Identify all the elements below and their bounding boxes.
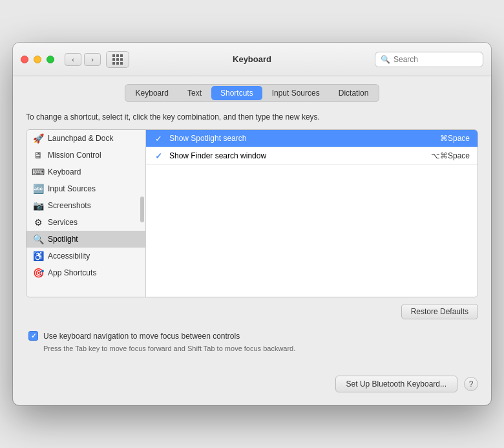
sidebar-item-label: Spotlight <box>48 235 78 244</box>
main-panel: 🚀 Launchpad & Dock 🖥 Mission Control ⌨ K… <box>26 129 478 297</box>
sidebar-item-keyboard[interactable]: ⌨ Keyboard <box>26 164 145 180</box>
sidebar-scrollbar[interactable] <box>140 197 144 222</box>
sidebar-item-accessibility[interactable]: ♿ Accessibility <box>26 248 145 264</box>
maximize-button[interactable] <box>47 56 54 63</box>
sidebar-item-label: Mission Control <box>48 151 101 160</box>
tab-dictation[interactable]: Dictation <box>330 86 378 100</box>
tab-text[interactable]: Text <box>178 86 211 100</box>
minimize-button[interactable] <box>34 56 41 63</box>
back-button[interactable]: ‹ <box>65 53 81 66</box>
tab-input-sources[interactable]: Input Sources <box>263 86 329 100</box>
sidebar-item-label: Keyboard <box>48 167 81 176</box>
shortcut-key: ⌘Space <box>440 134 470 143</box>
services-icon: ⚙ <box>33 217 43 228</box>
sidebar-item-label: Screenshots <box>48 201 91 210</box>
nav-label: Use keyboard navigation to move focus be… <box>43 332 240 341</box>
spotlight-icon: 🔍 <box>33 234 43 244</box>
sidebar-item-label: Launchpad & Dock <box>48 134 113 143</box>
sidebar-item-label: App Shortcuts <box>48 268 96 277</box>
titlebar: ‹ › Keyboard 🔍 <box>13 43 491 76</box>
keyboard-preferences-window: ‹ › Keyboard 🔍 Keyboard Text Shortcuts I… <box>13 43 491 405</box>
shortcut-checkbox-finder[interactable]: ✓ <box>154 151 163 160</box>
keyboard-icon: ⌨ <box>33 167 43 177</box>
sidebar-item-services[interactable]: ⚙ Services <box>26 214 145 231</box>
nav-checkbox[interactable]: ✓ <box>28 331 38 341</box>
sidebar-item-input-sources[interactable]: 🔤 Input Sources <box>26 180 145 197</box>
search-icon: 🔍 <box>381 55 390 64</box>
screenshots-icon: 📷 <box>33 200 43 211</box>
restore-btn-row: Restore Defaults <box>26 304 478 319</box>
sidebar-item-mission-control[interactable]: 🖥 Mission Control <box>26 147 145 164</box>
forward-button[interactable]: › <box>84 53 101 66</box>
close-button[interactable] <box>21 56 28 63</box>
search-box[interactable]: 🔍 <box>375 52 483 67</box>
input-sources-icon: 🔤 <box>33 184 43 194</box>
instructions-text: To change a shortcut, select it, click t… <box>26 112 478 122</box>
nav-description: Press the Tab key to move focus forward … <box>43 345 476 352</box>
sidebar-item-label: Accessibility <box>48 251 90 261</box>
grid-view-button[interactable] <box>106 51 129 68</box>
checkmark-icon: ✓ <box>155 151 162 161</box>
content-area: To change a shortcut, select it, click t… <box>13 102 491 365</box>
shortcut-key: ⌥⌘Space <box>431 151 470 160</box>
tab-shortcuts[interactable]: Shortcuts <box>211 86 262 100</box>
grid-dots-icon <box>112 54 123 65</box>
shortcut-checkbox-spotlight[interactable]: ✓ <box>154 134 163 143</box>
sidebar: 🚀 Launchpad & Dock 🖥 Mission Control ⌨ K… <box>26 130 146 297</box>
mission-control-icon: 🖥 <box>33 150 43 160</box>
shortcut-row-spotlight[interactable]: ✓ Show Spotlight search ⌘Space <box>146 130 478 147</box>
search-input[interactable] <box>394 55 478 64</box>
sidebar-item-label: Services <box>48 218 78 227</box>
right-panel: ✓ Show Spotlight search ⌘Space ✓ Show Fi… <box>146 130 478 297</box>
checkmark-icon: ✓ <box>31 333 36 339</box>
tabs-container: Keyboard Text Shortcuts Input Sources Di… <box>125 84 380 102</box>
shortcut-name: Show Spotlight search <box>169 134 440 143</box>
nav-checkbox-row: ✓ Use keyboard navigation to move focus … <box>28 331 476 341</box>
shortcut-row-finder[interactable]: ✓ Show Finder search window ⌥⌘Space <box>146 147 478 165</box>
tabs-bar: Keyboard Text Shortcuts Input Sources Di… <box>13 76 491 102</box>
setup-bluetooth-button[interactable]: Set Up Bluetooth Keyboard... <box>335 376 457 392</box>
launchpad-icon: 🚀 <box>33 133 43 144</box>
accessibility-icon: ♿ <box>33 251 43 261</box>
window-title: Keyboard <box>233 54 271 64</box>
keyboard-nav-section: ✓ Use keyboard navigation to move focus … <box>26 331 478 352</box>
sidebar-item-label: Input Sources <box>48 184 96 193</box>
bottom-bar: Set Up Bluetooth Keyboard... ? <box>13 365 491 405</box>
help-button[interactable]: ? <box>464 377 478 391</box>
shortcut-name: Show Finder search window <box>169 151 431 160</box>
sidebar-item-launchpad[interactable]: 🚀 Launchpad & Dock <box>26 130 145 147</box>
nav-buttons: ‹ › <box>65 53 101 66</box>
app-shortcuts-icon: 🎯 <box>33 268 43 278</box>
sidebar-item-spotlight[interactable]: 🔍 Spotlight <box>26 231 145 248</box>
sidebar-item-app-shortcuts[interactable]: 🎯 App Shortcuts <box>26 264 145 281</box>
tab-keyboard[interactable]: Keyboard <box>127 86 178 100</box>
sidebar-item-screenshots[interactable]: 📷 Screenshots <box>26 197 145 214</box>
checkmark-icon: ✓ <box>155 134 162 144</box>
restore-defaults-button[interactable]: Restore Defaults <box>401 304 478 319</box>
traffic-lights <box>21 56 54 63</box>
